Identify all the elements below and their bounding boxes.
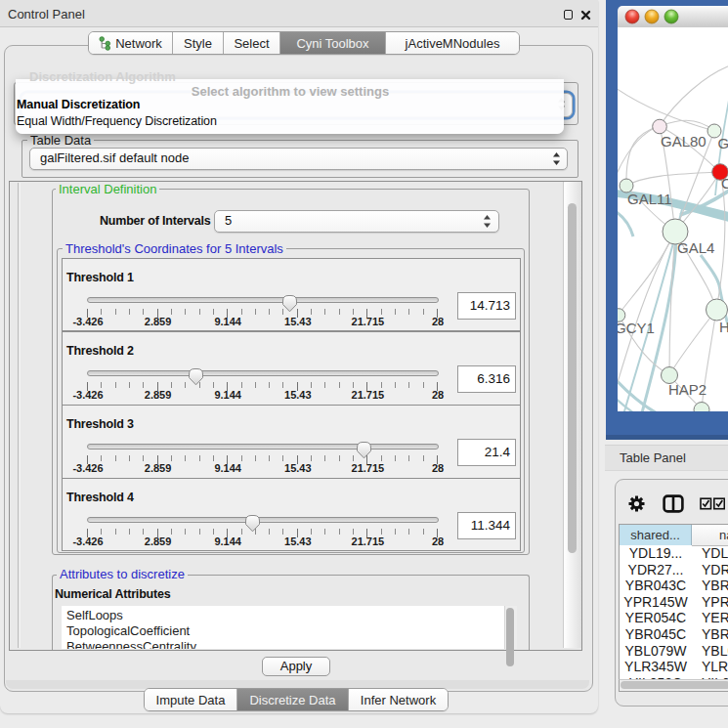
svg-text:HI: HI xyxy=(719,319,728,335)
svg-text:GAL11: GAL11 xyxy=(627,191,672,207)
svg-text:CY: CY xyxy=(721,175,728,192)
svg-text:GAL4: GAL4 xyxy=(677,239,714,256)
svg-text:HAP2: HAP2 xyxy=(668,381,707,398)
svg-text:GA: GA xyxy=(718,135,728,151)
svg-text:GAL80: GAL80 xyxy=(661,133,707,150)
svg-text:GCY1: GCY1 xyxy=(618,320,655,336)
